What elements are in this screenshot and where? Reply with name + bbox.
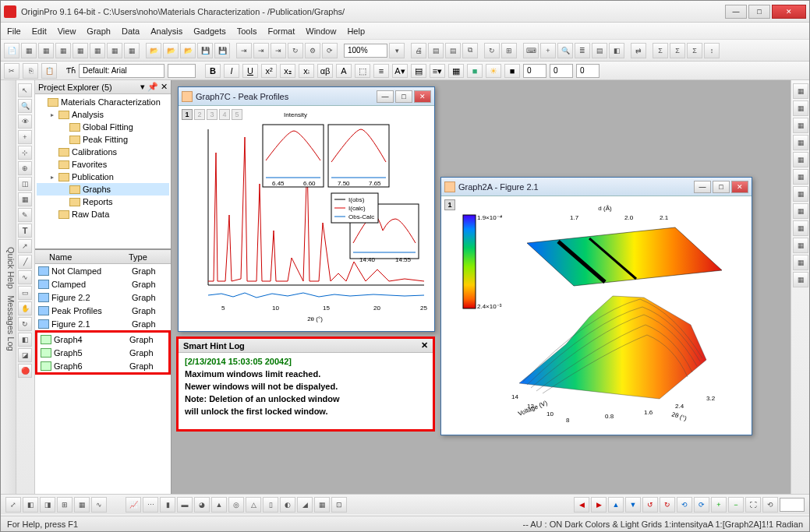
tree-node[interactable]: ▸Analysis (37, 108, 169, 121)
3d-rotate-4-icon[interactable]: ▼ (625, 497, 641, 513)
tree-node[interactable]: Raw Data (37, 208, 169, 220)
mask-icon[interactable]: ▦ (18, 192, 32, 206)
reader-icon[interactable]: 👁 (18, 115, 32, 129)
pie-plot-icon[interactable]: ◕ (194, 497, 210, 513)
add-layer-icon[interactable]: ◧ (23, 497, 38, 513)
tree-node[interactable]: Calibrations (37, 146, 169, 158)
recalc-icon[interactable]: ⟳ (322, 43, 338, 58)
3d-rotate-2-icon[interactable]: ▶ (591, 497, 607, 513)
3d-fit-icon[interactable]: ⛶ (745, 497, 761, 513)
add-column-icon[interactable]: + (540, 43, 556, 58)
close-panel-icon[interactable]: ✕ (161, 82, 168, 91)
reimport-icon[interactable]: ↻ (288, 43, 303, 58)
line-plot-icon[interactable]: 📈 (126, 497, 141, 513)
r-tool-1-icon[interactable]: ▦ (793, 83, 808, 99)
stats-rows-icon[interactable]: Σ (670, 43, 685, 58)
tree-node[interactable]: Peak Fitting (37, 133, 169, 146)
font-size-select[interactable] (168, 64, 196, 78)
light-button[interactable]: ☀ (486, 64, 501, 78)
r-tool-6-icon[interactable]: ▦ (793, 169, 808, 185)
r-tool-8-icon[interactable]: ▦ (793, 203, 808, 219)
copy-icon[interactable]: ⎘ (23, 63, 38, 79)
fill-color-button[interactable]: ■ (467, 64, 483, 78)
file-row[interactable]: Graph4Graph (37, 333, 168, 346)
header-type[interactable]: Type (129, 252, 171, 262)
open-icon[interactable]: 📂 (146, 43, 161, 58)
graph2a-window[interactable]: Graph2A - Figure 2.1 ― □ ✕ 1 d (Å) 1.72.… (440, 177, 752, 435)
file-row[interactable]: Not ClampedGraph (35, 264, 171, 277)
data-cursor-icon[interactable]: ⊕ (18, 161, 32, 175)
insert-graph-icon[interactable]: ◪ (18, 348, 32, 362)
draw-data-icon[interactable]: ✎ (18, 208, 32, 222)
close-button[interactable]: ✕ (772, 5, 806, 19)
transfer-icon[interactable]: ⇄ (631, 43, 646, 58)
new-graph-icon[interactable]: ▦ (55, 43, 71, 58)
new-layout-icon[interactable]: ▦ (90, 43, 105, 58)
tree-node[interactable]: Reports (37, 196, 169, 208)
stats-sum-icon[interactable]: Σ (653, 43, 668, 58)
3d-tilt-2-icon[interactable]: ↻ (660, 497, 675, 513)
layer-tab-1[interactable]: 1 (182, 109, 193, 120)
new-workbook-icon[interactable]: ▦ (21, 43, 37, 58)
close-mdi-button[interactable]: ✕ (414, 90, 431, 103)
column-plot-icon[interactable]: ▮ (160, 497, 175, 513)
polar-plot-icon[interactable]: ◎ (228, 497, 244, 513)
superscript-button[interactable]: x² (261, 64, 277, 78)
rotate-tool-icon[interactable]: ↻ (18, 317, 32, 331)
layer-tab-4[interactable]: 4 (219, 109, 230, 120)
curve-tool-icon[interactable]: ∿ (18, 270, 32, 284)
antialiasing-icon[interactable]: ∿ (91, 497, 107, 513)
duplicate-icon[interactable]: ⧉ (462, 43, 478, 58)
layer-tab-2[interactable]: 2 (194, 109, 205, 120)
max-button[interactable]: □ (713, 181, 730, 193)
hint-close-icon[interactable]: ✕ (421, 340, 428, 351)
insert-image-icon[interactable]: 🔴 (18, 364, 32, 378)
fill-pattern-button[interactable]: ▦ (448, 64, 464, 78)
line-color-button[interactable]: ■ (504, 64, 520, 78)
layer-manage-icon[interactable]: ▦ (74, 497, 90, 513)
arrow-tool-icon[interactable]: ↗ (18, 239, 32, 253)
batch-icon[interactable]: ⚙ (305, 43, 320, 58)
3d-zoom-in-icon[interactable]: + (711, 497, 727, 513)
spin1-input[interactable]: 0 (550, 64, 573, 78)
hand-tool-icon[interactable]: ✋ (18, 301, 32, 315)
r-tool-5-icon[interactable]: ▦ (793, 152, 808, 167)
bar-plot-icon[interactable]: ▬ (177, 497, 193, 513)
new-project-icon[interactable]: 📄 (4, 43, 19, 58)
menu-help[interactable]: Help (347, 26, 365, 36)
menu-format[interactable]: Format (267, 26, 295, 36)
italic-button[interactable]: I (224, 64, 239, 78)
sort-icon[interactable]: ↕ (704, 43, 720, 58)
rescale-icon[interactable]: ⤢ (5, 497, 21, 513)
screen-reader-icon[interactable]: + (18, 130, 32, 144)
zoom-panel-icon[interactable]: 🔍 (18, 99, 32, 113)
import-multi-icon[interactable]: ⇥ (271, 43, 286, 58)
r-tool-7-icon[interactable]: ▦ (793, 186, 808, 202)
r-tool-9-icon[interactable]: ▦ (793, 220, 808, 236)
zoom-dropdown-icon[interactable]: ▾ (389, 43, 405, 58)
3d-tilt-4-icon[interactable]: ⟳ (694, 497, 709, 513)
results-log-icon[interactable]: ≣ (575, 43, 590, 58)
scatter-plot-icon[interactable]: ⋯ (143, 497, 158, 513)
layer-tab-1[interactable]: 1 (444, 199, 455, 210)
underline-button[interactable]: U (242, 64, 258, 78)
menu-edit[interactable]: Edit (32, 26, 47, 36)
rect-tool-icon[interactable]: ▭ (18, 286, 32, 300)
area-plot-icon[interactable]: ▲ (211, 497, 227, 513)
import-ascii-icon[interactable]: ⇥ (253, 43, 269, 58)
command-window-icon[interactable]: ▤ (592, 43, 607, 58)
3d-tilt-3-icon[interactable]: ⟲ (677, 497, 692, 513)
quick-help-tab[interactable]: Quick Help Messages Log (1, 80, 16, 513)
surface-plot-icon[interactable]: ◢ (297, 497, 313, 513)
tree-node[interactable]: Favorites (37, 158, 169, 171)
paste-icon[interactable]: 📋 (41, 63, 57, 79)
data-reader-icon[interactable]: ⊹ (18, 146, 32, 160)
graph7c-window[interactable]: Graph7C - Peak Profiles ― □ ✕ 1 2 3 4 5 … (178, 86, 435, 332)
align-button[interactable]: ≡▾ (430, 64, 445, 78)
save-template-icon[interactable]: 💾 (214, 43, 230, 58)
r-tool-3-icon[interactable]: ▦ (793, 118, 808, 133)
stats-cols-icon[interactable]: Σ (687, 43, 702, 58)
layer-tab-5[interactable]: 5 (232, 109, 242, 120)
refresh-icon[interactable]: ↻ (484, 43, 500, 58)
line-tool-icon[interactable]: ╱ (18, 255, 32, 269)
